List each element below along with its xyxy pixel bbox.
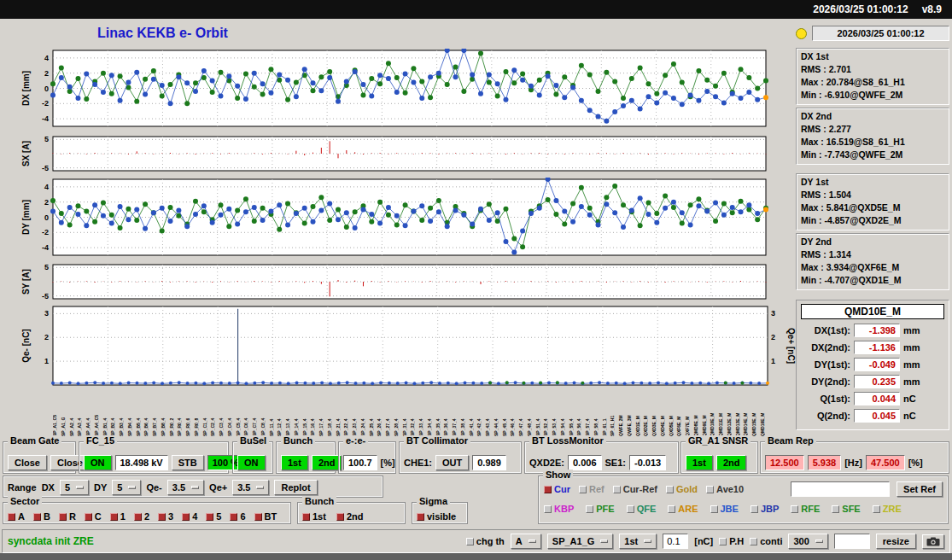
sector-option[interactable]: R [59,511,76,522]
sector-select[interactable]: A [511,534,541,549]
sector-option[interactable]: 3 [158,511,173,522]
checkbox[interactable] [706,486,714,493]
gra1-1st-button[interactable]: 1st [686,455,713,470]
stats-max: Max : 5.841@QXD5E_M [801,201,944,214]
checkbox[interactable] [466,538,474,545]
checkbox[interactable] [110,513,118,521]
bpm-label: SP_A3_4 [78,387,82,436]
range-dy-select[interactable]: 5 [112,480,141,495]
svg-text:0: 0 [44,85,49,93]
checkbox[interactable] [230,513,237,521]
show-option[interactable]: Ave10 [706,484,744,494]
range-qem-select[interactable]: 3.5 [167,480,204,495]
busel-on-button[interactable]: ON [237,455,266,470]
show-option[interactable]: SFE [832,504,860,514]
replot-button[interactable]: Replot [274,480,317,495]
checkbox[interactable] [8,513,15,521]
bunch-option[interactable]: 2nd [336,511,364,522]
bpm-label: SP_B2_4 [111,387,115,436]
checkbox[interactable] [417,513,424,521]
checkbox[interactable] [544,486,552,493]
show-option[interactable]: JBE [710,504,739,514]
threshold-input[interactable] [663,534,688,549]
resize-button[interactable]: resize [876,534,916,549]
svg-text:2: 2 [44,198,49,207]
checkbox[interactable] [254,513,262,521]
checkbox[interactable] [832,505,839,513]
checkbox[interactable] [719,538,727,545]
sector-option[interactable]: 2 [134,511,149,522]
sector-option[interactable]: BT [254,511,277,522]
sector-option-label: A [18,511,25,522]
show-option[interactable]: Gold [666,484,698,494]
range-dx-select[interactable]: 5 [60,480,89,495]
fc15-stb-button[interactable]: STB [172,455,204,470]
show-option[interactable]: Cur-Ref [613,484,657,494]
set-ref-button[interactable]: Set Ref [897,481,943,497]
bunch-select[interactable]: 1st [619,534,657,549]
show-option[interactable]: ARE [668,504,698,514]
range-qep-select[interactable]: 3.5 [232,480,269,495]
checkbox[interactable] [750,538,757,545]
checkbox[interactable] [158,513,166,521]
sector-option[interactable]: C [85,511,102,522]
sector-option[interactable]: 5 [206,511,221,522]
ref-name-input[interactable] [791,481,890,497]
bpm-label: QXD3E_M [652,387,657,436]
sector-option-label: 1 [120,511,126,522]
ee-ratio-group: e-:e- 100.7 [%] [338,441,396,474]
chg-th-option[interactable]: chg th [466,536,505,546]
checkbox[interactable] [59,513,67,521]
bunch-select-value: 1st [624,536,638,546]
checkbox[interactable] [627,505,634,513]
show-option[interactable]: KBP [544,504,574,514]
che1-out-button[interactable]: OUT [435,455,469,470]
sector-option[interactable]: 4 [182,511,197,522]
beam-gate-close-button-1[interactable]: Close [8,455,47,470]
checkbox[interactable] [873,505,880,513]
checkbox[interactable] [544,505,552,513]
checkbox[interactable] [586,505,593,513]
checkbox[interactable] [33,513,41,521]
page-title: Linac KEKB e- Orbit [97,26,228,41]
show-option[interactable]: PFE [586,504,614,514]
show-option[interactable]: RFE [791,504,820,514]
bunch-1st-button[interactable]: 1st [281,455,308,470]
show-option[interactable]: JBP [751,504,779,514]
checkbox[interactable] [791,505,798,513]
snapshot-button[interactable] [922,534,944,549]
interval-select[interactable]: 300 [788,534,827,549]
show-option[interactable]: Ref [579,484,604,494]
sigma-option[interactable]: visible [417,511,456,522]
monitor-select[interactable]: SP_A1_G [547,534,614,549]
bunch-option[interactable]: 1st [302,511,326,522]
sector-option[interactable]: B [33,511,50,522]
checkbox[interactable] [579,486,587,493]
show-option[interactable]: Cur [544,484,570,494]
ph-option[interactable]: P.H [719,536,744,546]
gra1-2nd-button[interactable]: 2nd [716,455,747,470]
checkbox[interactable] [666,486,674,493]
checkbox[interactable] [134,513,142,521]
show-option[interactable]: ZRE [873,504,902,514]
aux-input[interactable] [834,534,870,549]
conti-option[interactable]: conti [750,536,782,546]
svg-text:4: 4 [44,183,49,191]
bpm-label: SP_44_4 [494,387,499,436]
show-option[interactable]: QFE [627,504,657,514]
checkbox[interactable] [85,513,92,521]
checkbox[interactable] [613,486,621,493]
sector-option[interactable]: 1 [110,511,126,522]
checkbox[interactable] [302,513,310,521]
checkbox[interactable] [668,505,675,513]
sector-option[interactable]: 6 [230,511,245,522]
checkbox[interactable] [182,513,190,521]
sector-option[interactable]: A [8,511,25,522]
checkbox[interactable] [336,513,344,521]
fc15-on-button[interactable]: ON [84,455,112,470]
svg-text:4: 4 [44,54,49,62]
checkbox[interactable] [206,513,213,521]
checkbox[interactable] [751,505,758,513]
svg-text:2: 2 [44,333,49,341]
checkbox[interactable] [710,505,718,513]
